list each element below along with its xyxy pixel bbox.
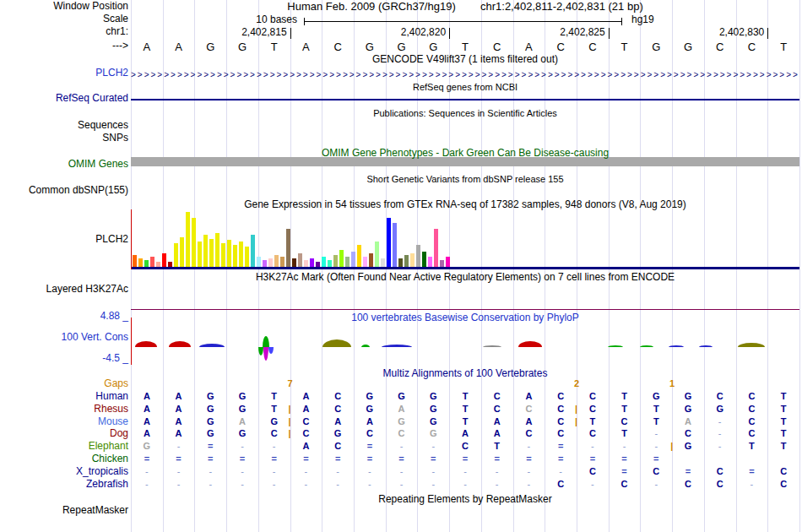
species-label-x_tropicalis[interactable]: X_tropicalis [0, 466, 128, 477]
omim-genes-label[interactable]: OMIM Genes [0, 159, 128, 170]
gencode-item-label[interactable]: PLCH2 [0, 68, 128, 79]
gtex-bar [328, 260, 332, 267]
align-base: = [290, 453, 322, 464]
refseq-curated-label[interactable]: RefSeq Curated [0, 93, 128, 104]
align-base: - [417, 441, 449, 452]
align-base: - [417, 466, 449, 477]
refseq-gene-line[interactable] [131, 99, 799, 100]
window-position-label: Window Position [0, 1, 128, 12]
h3k27ac-label[interactable]: Layered H3K27Ac [0, 284, 128, 295]
align-base: T [736, 441, 768, 452]
coordinate-label: 2,402,825 [543, 26, 605, 38]
grid-line [799, 0, 800, 532]
species-label-human[interactable]: Human [0, 391, 128, 402]
base-letter: G [386, 41, 418, 53]
base-letter: T [258, 41, 290, 53]
align-base: T [258, 404, 290, 415]
align-base: C [322, 441, 354, 452]
gtex-bar [322, 257, 326, 267]
align-base: G [704, 404, 736, 415]
align-base: G [672, 391, 704, 402]
base-letter: G [354, 41, 386, 53]
align-base: - [322, 479, 354, 490]
align-base: - [640, 479, 672, 490]
gtex-bar [198, 242, 202, 267]
align-base: = [322, 453, 354, 464]
align-base: = [163, 453, 195, 464]
align-base: = [609, 466, 641, 477]
align-base: G [226, 391, 258, 402]
gtex-bar [351, 252, 355, 267]
species-label-chicken[interactable]: Chicken [0, 453, 128, 464]
species-label-zebrafish[interactable]: Zebrafish [0, 479, 128, 490]
scale-bar [304, 21, 622, 22]
align-base: G [258, 416, 290, 427]
align-base: A [290, 404, 322, 415]
align-base: C [545, 391, 577, 402]
conservation-peak [699, 345, 713, 347]
align-base: G [194, 404, 226, 415]
align-base: C [736, 416, 768, 427]
align-base: T [609, 391, 641, 402]
align-base: T [640, 416, 672, 427]
align-base: T [481, 441, 513, 452]
align-base: A [481, 416, 513, 427]
species-label-elephant[interactable]: Elephant [0, 441, 128, 452]
species-label-mouse[interactable]: Mouse [0, 416, 128, 427]
base-letter: A [163, 41, 195, 53]
h3k27ac-baseline [131, 309, 799, 310]
gtex-bar [180, 237, 184, 267]
refseq-track-title: RefSeq genes from NCBI [131, 82, 799, 93]
gtex-track-title: Gene Expression in 54 tissues from GTEx … [131, 199, 799, 210]
repeatmasker-label[interactable]: RepeatMasker [0, 505, 128, 516]
align-base: = [481, 453, 513, 464]
align-base: - [163, 441, 195, 452]
gtex-bar [292, 258, 296, 267]
genome-version: hg19 [631, 14, 654, 25]
gtex-gene-label[interactable]: PLCH2 [0, 234, 128, 245]
conservation-label[interactable]: 100 Vert. Cons [0, 332, 128, 343]
align-base: A [131, 428, 163, 439]
species-label-rhesus[interactable]: Rhesus [0, 404, 128, 415]
align-base: A [513, 391, 545, 402]
conservation-left-edge [131, 318, 132, 365]
gtex-bar [174, 243, 178, 267]
align-base: - [386, 441, 418, 452]
align-base: A [163, 391, 195, 402]
assembly-name: Human Feb. 2009 (GRCh37/hg19) [287, 0, 455, 13]
gtex-bar [257, 257, 261, 267]
gtex-bar [398, 258, 403, 267]
snps-label[interactable]: SNPs [0, 133, 128, 144]
align-base: = [640, 453, 672, 464]
align-base: G [672, 404, 704, 415]
gtex-bar [381, 258, 385, 267]
conservation-peak [199, 344, 225, 347]
species-label-dog[interactable]: Dog [0, 428, 128, 439]
align-base: - [704, 428, 736, 439]
dbsnp-label[interactable]: Common dbSNP(155) [0, 185, 128, 196]
align-base: = [386, 453, 418, 464]
coordinate-label: 2,402,830 [702, 26, 764, 38]
scale-text: 10 bases [235, 14, 297, 25]
align-base: - [609, 441, 641, 452]
align-base: C [322, 404, 354, 415]
align-base: G [226, 428, 258, 439]
align-base: G [417, 428, 449, 439]
align-base: T [449, 404, 481, 415]
gtex-bar [203, 235, 208, 267]
align-base: - [577, 479, 609, 490]
align-base: - [513, 466, 545, 477]
conservation-peak [518, 341, 542, 347]
conservation-peak [738, 343, 765, 347]
align-base: - [194, 466, 226, 477]
align-base: = [577, 453, 609, 464]
species-label-gaps[interactable]: Gaps [0, 378, 128, 389]
sequences-label[interactable]: Sequences [0, 120, 128, 131]
align-base: C [545, 428, 577, 439]
insert-pipe: | [670, 441, 673, 452]
align-base: G [226, 404, 258, 415]
gene-direction-arrows[interactable]: >>>>>>>>>>>>>>>>>>>>>>>>>>>>>>>>>>>>>>>>… [131, 70, 799, 79]
align-base: C [449, 441, 481, 452]
conservation-peak [669, 345, 684, 347]
align-base: T [449, 416, 481, 427]
